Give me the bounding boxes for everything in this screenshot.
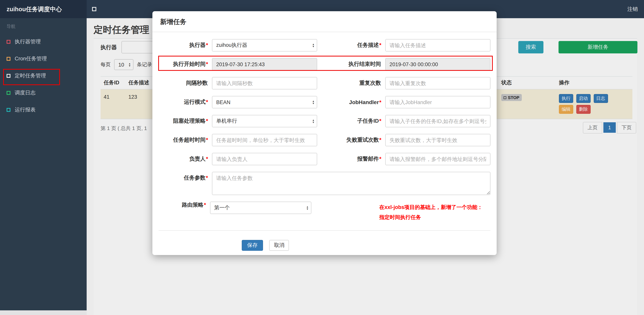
form-row: 运行模式* BEAN JobHandler*	[158, 96, 490, 108]
form-row-route: 路由策略* 第一个 在xxl-jobs项目的基础上，新增了一个功能： 指定时间执…	[158, 202, 490, 222]
author-label: 负责人*	[158, 156, 212, 163]
fail-retry-label: 失败重试次数*	[317, 137, 385, 144]
job-desc-label: 任务描述*	[317, 42, 385, 49]
modal-divider	[158, 230, 490, 231]
block-strategy-select-value: 单机串行	[216, 118, 237, 125]
select-caret-icon	[312, 100, 314, 104]
modal-title: 新增任务	[160, 18, 186, 26]
app-root: zuihou任务调度中心 注销 导航 执行器管理 Cron任务管理 定时任务管理…	[0, 0, 644, 315]
repeat-count-label: 重复次数	[317, 80, 385, 87]
form-row: 阻塞处理策略* 单机串行 子任务ID*	[158, 115, 490, 127]
run-mode-select-value: BEAN	[216, 99, 230, 105]
job-handler-input[interactable]	[385, 96, 490, 108]
form-row: 任务超时时间* 失败重试次数*	[158, 134, 490, 146]
start-time-label: 执行开始时间*	[158, 61, 212, 68]
run-mode-select[interactable]: BEAN	[212, 96, 317, 108]
form-row-time: 执行开始时间* 执行结束时间	[158, 58, 490, 70]
fail-retry-input[interactable]	[385, 134, 490, 146]
child-job-label: 子任务ID*	[317, 118, 385, 125]
route-strategy-select[interactable]: 第一个	[210, 202, 311, 214]
end-time-input[interactable]	[385, 58, 490, 70]
child-job-input[interactable]	[385, 115, 490, 127]
repeat-count-input[interactable]	[385, 77, 490, 89]
timeout-input[interactable]	[212, 134, 317, 146]
alarm-email-input[interactable]	[385, 153, 490, 165]
end-time-label: 执行结束时间	[317, 61, 385, 68]
modal-header: 新增任务	[152, 11, 497, 32]
timeout-label: 任务超时时间*	[158, 137, 212, 144]
block-strategy-label: 阻塞处理策略*	[158, 118, 212, 125]
form-row: 间隔秒数 重复次数	[158, 77, 490, 89]
alarm-email-label: 报警邮件*	[317, 156, 385, 163]
job-param-textarea[interactable]	[212, 172, 490, 195]
form-row-job-param: 任务参数*	[158, 172, 490, 195]
route-strategy-label: 路由策略*	[158, 202, 210, 209]
select-caret-icon	[312, 43, 314, 47]
executor-select[interactable]: zuihou执行器	[212, 39, 317, 52]
interval-input[interactable]	[212, 77, 317, 89]
modal-footer: 保存 取消	[242, 240, 490, 251]
start-time-input[interactable]	[212, 58, 317, 70]
executor-select-value: zuihou执行器	[216, 42, 247, 49]
route-strategy-select-value: 第一个	[214, 204, 230, 211]
save-button[interactable]: 保存	[242, 240, 263, 251]
cancel-button[interactable]: 取消	[270, 240, 289, 251]
select-caret-icon	[307, 206, 308, 210]
form-row: 负责人* 报警邮件*	[158, 153, 490, 165]
job-param-label: 任务参数*	[158, 172, 212, 183]
feature-note-text: 在xxl-jobs项目的基础上，新增了一个功能： 指定时间执行任务	[379, 202, 490, 222]
author-input[interactable]	[212, 153, 317, 165]
executor-label: 执行器*	[158, 42, 212, 49]
add-task-modal: 新增任务 执行器* zuihou执行器 任务描述* 执行开始时间* 执行结束时间…	[152, 11, 497, 255]
modal-body: 执行器* zuihou执行器 任务描述* 执行开始时间* 执行结束时间 间隔秒数…	[152, 32, 497, 251]
interval-label: 间隔秒数	[158, 80, 212, 87]
job-desc-input[interactable]	[385, 39, 490, 52]
form-row: 执行器* zuihou执行器 任务描述*	[158, 39, 490, 52]
select-caret-icon	[312, 119, 314, 123]
run-mode-label: 运行模式*	[158, 99, 212, 106]
job-handler-label: JobHandler*	[317, 99, 385, 105]
block-strategy-select[interactable]: 单机串行	[212, 115, 317, 127]
